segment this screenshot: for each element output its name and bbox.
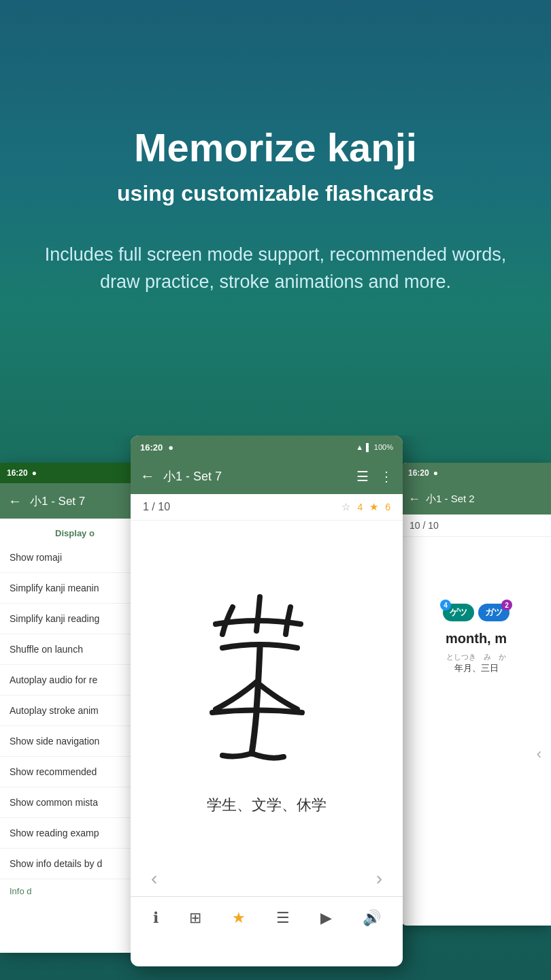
left-menu-header: ← 小1 - Set 7 [0,483,150,519]
list-icon[interactable]: ☰ [356,468,369,485]
left-time: 16:20 [7,468,28,478]
right-back-btn[interactable]: ← [408,492,420,506]
right-total: 10 [428,520,439,531]
phones-area: 16:20 ● ▲▌ ← 小1 - Set 7 Display o Show r… [0,436,551,980]
right-toolbar-title: 小1 - Set 2 [426,493,475,506]
center-status-icons: ▲ ▌ 100% [356,443,393,451]
prev-arrow[interactable]: ‹ [151,868,157,889]
center-toolbar: ← 小1 - Set 7 ☰ ⋮ [131,459,403,494]
badge-sup2-2: 2 [501,600,512,610]
menu-item-side-nav[interactable]: Show side navigation [0,726,150,757]
right-prev-arrow[interactable]: ‹ [537,745,541,763]
wifi-icon: ▲ [356,443,363,451]
menu-item-simplify-reading[interactable]: Simplify kanji reading [0,604,150,634]
star-filled-count: 6 [385,502,390,512]
right-nav: ‹ [401,741,551,767]
center-toolbar-title: 小1 - Set 7 [163,468,348,485]
card-content: 学生、文学、休学 [131,521,403,861]
right-readings: 年月、三日 [454,662,499,674]
star-btn[interactable]: ★ [232,909,246,927]
hero-description: Includes full screen mode support, recom… [44,241,507,296]
center-time: 16:20 [140,442,163,453]
menu-item-shuffle[interactable]: Shuffle on launch [0,634,150,665]
more-icon[interactable]: ⋮ [380,468,393,485]
center-phone: 16:20 ● ▲ ▌ 100% ← 小1 - Set 7 ☰ ⋮ 1 / 10 [131,436,403,966]
menu-item-autoplay-audio[interactable]: Autoplay audio for re [0,665,150,696]
kanji-drawing [165,566,369,784]
star-filled-icon[interactable]: ★ [369,501,378,513]
left-back-btn[interactable]: ← [8,493,22,509]
right-statusbar: 16:20 ● [401,463,551,483]
play-btn[interactable]: ▶ [320,909,332,927]
grid-btn[interactable]: ⊞ [189,909,201,927]
menu-item-romaji[interactable]: Show romaji [0,542,150,573]
right-meaning: month, m [446,631,507,647]
menu-item-recommended[interactable]: Show recommended [0,757,150,787]
right-time: 16:20 [408,468,429,478]
audio-btn[interactable]: 🔊 [363,909,381,927]
hero-subtitle: using customizable flashcards [117,180,434,206]
next-arrow[interactable]: › [376,868,382,889]
right-word-badges: 4 ゲツ 2 ガツ [443,604,510,621]
badge-gatsu: 2 ガツ [478,604,510,621]
card-separator: / [152,501,158,512]
menu-item-simplify-meaning[interactable]: Simplify kanji meanin [0,573,150,604]
right-phone: 16:20 ● ← 小1 - Set 2 10 / 10 4 ゲツ 2 ガツ [401,463,551,926]
star-empty-icon[interactable]: ☆ [341,501,350,513]
card-count: 1 / 10 [143,501,170,513]
badge-sup-4: 4 [440,600,451,610]
bottom-toolbar: ℹ ⊞ ★ ☰ ▶ 🔊 [131,896,403,938]
menu-item-info-details[interactable]: Show info details by d [0,849,150,879]
right-current: 10 [410,520,420,531]
info-btn[interactable]: ℹ [153,909,158,927]
menu-item-info-label: Info d [0,879,150,903]
hero-section: Memorize kanji using customizable flashc… [0,0,551,436]
left-toolbar-title: 小1 - Set 7 [30,493,85,509]
right-reading-label: としつき み か [446,652,506,662]
left-statusbar: 16:20 ● ▲▌ [0,463,150,483]
card-total: 10 [158,501,170,512]
menu-item-autoplay-stroke[interactable]: Autoplay stroke anim [0,696,150,726]
hero-title: Memorize kanji [134,126,417,169]
card-stars: ☆ 4 ★ 6 [341,501,390,513]
card-nav: ‹ › [131,861,403,896]
center-statusbar: 16:20 ● ▲ ▌ 100% [131,436,403,459]
right-card-area: 4 ゲツ 2 ガツ month, m としつき み か 年月、三日 [401,537,551,741]
left-status-icon: ● [32,468,37,478]
card-current: 1 [143,501,149,512]
center-toolbar-icons: ☰ ⋮ [356,468,393,485]
badge-getsu: 4 ゲツ [443,604,474,621]
kanji-svg [171,573,362,777]
left-phone: 16:20 ● ▲▌ ← 小1 - Set 7 Display o Show r… [0,463,150,953]
kanji-examples: 学生、文学、休学 [207,795,327,815]
center-status-icon: ● [168,442,173,453]
right-card-counter: 10 / 10 [401,514,551,537]
list-btn[interactable]: ☰ [276,909,290,927]
battery-text: 100% [374,443,393,451]
signal-icon: ▌ [366,443,371,451]
menu-item-reading-examples[interactable]: Show reading examp [0,818,150,849]
star-empty-count: 4 [357,502,363,512]
right-toolbar: ← 小1 - Set 2 [401,483,551,514]
menu-item-common-mistakes[interactable]: Show common mista [0,787,150,818]
right-status-icon: ● [433,468,438,478]
card-counter: 1 / 10 ☆ 4 ★ 6 [131,494,403,521]
menu-section-title: Display o [0,519,150,542]
center-back-btn[interactable]: ← [140,468,155,485]
